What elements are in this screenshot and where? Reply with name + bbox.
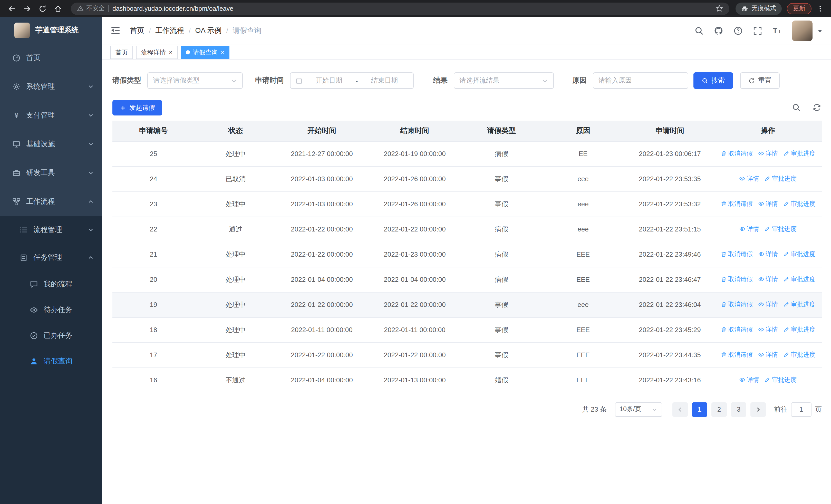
detail-link[interactable]: 详情 [739,175,759,183]
approval-progress-link[interactable]: 审批进度 [783,149,815,158]
cancel-leave-link[interactable]: 取消请假 [720,200,753,208]
sidebar-item-home[interactable]: 首页 [0,43,102,72]
tab-home[interactable]: 首页 [110,46,133,59]
sidebar-item-payment[interactable]: ¥ 支付管理 [0,101,102,130]
browser-menu-icon[interactable] [814,3,826,14]
url-text[interactable]: dashboard.yudao.iocoder.cn/bpm/oa/leave [112,5,712,12]
sidebar-item-system[interactable]: 系统管理 [0,72,102,101]
page-button-3[interactable]: 3 [731,402,746,416]
cell-apply-time: 2022-01-22 23:51:15 [626,216,714,242]
bookmark-star-icon[interactable] [716,5,723,12]
browser-forward-icon[interactable] [21,2,34,15]
avatar-caret-icon[interactable] [817,28,823,34]
apply-time-range-picker[interactable]: 开始日期 - 结束日期 [290,72,414,89]
cancel-leave-link[interactable]: 取消请假 [720,300,753,309]
help-icon[interactable] [729,22,747,39]
page-size-select[interactable]: 10条/页 [615,402,662,416]
sidebar-collapse-icon[interactable] [110,25,122,36]
breadcrumb-oa-example[interactable]: OA 示例 [195,26,222,35]
reason-input[interactable]: 请输入原因 [593,72,688,89]
sidebar-item-task-mgmt[interactable]: 任务管理 [0,244,102,271]
search-icon[interactable] [690,22,708,39]
detail-link[interactable]: 详情 [758,300,778,309]
cell-apply-id: 25 [112,141,195,166]
monitor-icon [12,140,21,148]
approval-progress-link[interactable]: 审批进度 [783,300,815,309]
cell-reason: EEE [541,242,626,267]
cancel-leave-link[interactable]: 取消请假 [720,149,753,158]
active-tab-dot [186,50,190,54]
approval-progress-link[interactable]: 审批进度 [783,200,815,208]
approval-progress-link[interactable]: 审批进度 [764,175,797,183]
sidebar-item-devtools[interactable]: 研发工具 [0,158,102,187]
detail-link[interactable]: 详情 [758,200,778,208]
result-select[interactable]: 请选择流结果 [454,72,554,89]
tab-process-detail[interactable]: 流程详情 × [136,46,178,59]
approval-progress-link[interactable]: 审批进度 [783,325,815,334]
reset-button[interactable]: 重置 [740,72,780,89]
address-bar[interactable]: 不安全 dashboard.yudao.iocoder.cn/bpm/oa/le… [71,2,729,14]
approval-progress-link[interactable]: 审批进度 [783,250,815,259]
calendar-icon [296,77,302,84]
cancel-leave-link[interactable]: 取消请假 [720,325,753,334]
fullscreen-icon[interactable] [749,22,766,39]
sidebar-item-my-process[interactable]: 我的流程 [0,271,102,297]
goto-page-input[interactable] [791,402,811,416]
detail-link[interactable]: 详情 [758,149,778,158]
page-button-1[interactable]: 1 [692,402,707,416]
sidebar-item-todo-tasks[interactable]: 待办任务 [0,297,102,323]
sidebar-item-infra[interactable]: 基础设施 [0,130,102,158]
detail-link[interactable]: 详情 [758,275,778,284]
refresh-table-icon[interactable] [812,103,822,112]
approval-progress-link[interactable]: 审批进度 [783,351,815,359]
cancel-leave-link[interactable]: 取消请假 [720,275,753,284]
sidebar-logo[interactable]: 芋道管理系统 [0,17,102,43]
cell-start-time: 2022-01-22 00:00:00 [277,292,367,317]
browser-back-icon[interactable] [5,2,19,15]
approval-progress-link[interactable]: 审批进度 [764,376,797,384]
page-button-2[interactable]: 2 [711,402,727,416]
cell-apply-id: 18 [112,317,195,342]
cell-status: 处理中 [195,267,277,292]
cell-apply-id: 16 [112,367,195,393]
leave-type-select[interactable]: 请选择请假类型 [147,72,243,89]
tab-leave-query[interactable]: 请假查询 × [181,46,229,59]
cell-start-time: 2022-01-04 00:00:00 [277,367,367,393]
approval-progress-link[interactable]: 审批进度 [764,225,797,234]
create-leave-button[interactable]: 发起请假 [112,100,162,116]
breadcrumb-workflow[interactable]: 工作流程 [155,26,184,35]
detail-link[interactable]: 详情 [739,225,759,234]
prev-page-button[interactable] [672,402,688,416]
breadcrumb-home[interactable]: 首页 [130,26,144,35]
browser-reload-icon[interactable] [36,2,49,15]
update-button[interactable]: 更新 [787,3,811,14]
cancel-leave-link[interactable]: 取消请假 [720,351,753,359]
sidebar-item-workflow[interactable]: 工作流程 [0,187,102,216]
next-page-button[interactable] [750,402,766,416]
font-size-icon[interactable]: TT [768,22,786,39]
edit-icon [783,151,789,157]
table-row: 19处理中2022-01-22 00:00:002022-01-22 00:00… [112,292,822,317]
browser-home-icon[interactable] [51,2,65,15]
detail-link[interactable]: 详情 [739,376,759,384]
user-avatar[interactable] [792,21,812,41]
sidebar-item-leave-query[interactable]: 请假查询 [0,349,102,374]
github-icon[interactable] [710,22,727,39]
close-icon[interactable]: × [169,49,172,55]
detail-link[interactable]: 详情 [758,250,778,259]
toggle-search-icon[interactable] [792,103,801,112]
close-icon[interactable]: × [221,49,224,55]
sidebar-item-process-mgmt[interactable]: 流程管理 [0,216,102,244]
cell-status: 处理中 [195,342,277,367]
cell-leave-type: 病假 [462,141,541,166]
security-warning[interactable]: 不安全 [77,4,105,13]
approval-progress-link[interactable]: 审批进度 [783,275,815,284]
detail-link[interactable]: 详情 [758,325,778,334]
svg-text:¥: ¥ [15,112,19,119]
table-row: 22通过2022-01-22 00:00:002022-01-22 00:00:… [112,216,822,242]
search-button[interactable]: 搜索 [693,72,733,89]
detail-link[interactable]: 详情 [758,351,778,359]
cancel-leave-link[interactable]: 取消请假 [720,250,753,259]
sidebar-item-done-tasks[interactable]: 已办任务 [0,323,102,349]
breadcrumb-current: 请假查询 [232,26,261,35]
